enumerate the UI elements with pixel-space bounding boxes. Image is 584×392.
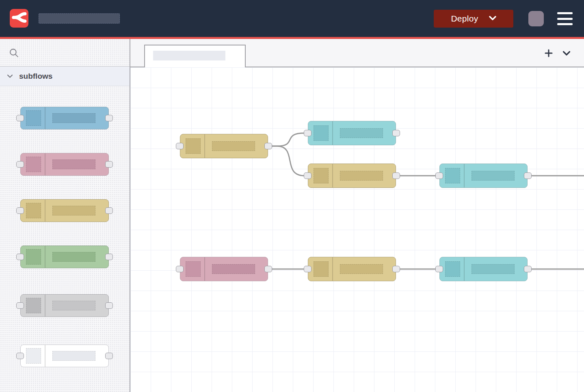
- palette-node-tan[interactable]: [20, 199, 109, 222]
- node-divider: [464, 257, 465, 281]
- node-input-port[interactable]: [435, 266, 443, 272]
- node-label-placeholder: [212, 264, 255, 274]
- node-divider: [464, 164, 465, 187]
- user-avatar[interactable]: [528, 11, 544, 26]
- node-output-port[interactable]: [105, 115, 113, 121]
- flow-tab-strip: [130, 39, 584, 67]
- node-output-port[interactable]: [264, 266, 272, 272]
- palette-sidebar: subflows: [0, 39, 130, 392]
- palette-node-pink[interactable]: [20, 153, 109, 176]
- wire-n1-n2[interactable]: [272, 133, 304, 146]
- header-accent-line: [0, 37, 584, 39]
- node-label-placeholder: [52, 301, 95, 310]
- flow-node-teal-n4[interactable]: [439, 164, 528, 188]
- node-icon-box: [445, 261, 460, 277]
- flow-node-tan-n3[interactable]: [308, 164, 396, 188]
- flow-node-pink-n5[interactable]: [180, 257, 268, 281]
- node-icon-box: [26, 298, 41, 313]
- node-input-port[interactable]: [16, 302, 24, 309]
- deploy-button[interactable]: Deploy: [434, 10, 513, 28]
- node-input-port[interactable]: [16, 207, 24, 214]
- node-icon-box: [26, 110, 41, 126]
- palette-node-green[interactable]: [20, 246, 109, 268]
- node-input-port[interactable]: [176, 143, 184, 149]
- node-divider: [332, 164, 333, 187]
- chevron-down-icon: [489, 15, 496, 22]
- node-label-placeholder: [52, 351, 95, 361]
- flow-node-teal-n7[interactable]: [439, 257, 528, 281]
- node-input-port[interactable]: [16, 115, 24, 121]
- node-divider: [332, 121, 333, 145]
- node-icon-box: [26, 348, 41, 364]
- canvas-grid[interactable]: [130, 67, 584, 392]
- subflows-section-label: subflows: [19, 72, 52, 81]
- node-output-port[interactable]: [392, 266, 400, 272]
- node-icon-box: [26, 249, 41, 265]
- search-icon: [9, 48, 19, 60]
- node-label-placeholder: [212, 141, 255, 151]
- plus-icon: [545, 49, 553, 59]
- flow-node-tan-n6[interactable]: [308, 257, 396, 281]
- node-output-port[interactable]: [524, 172, 532, 179]
- node-label-placeholder: [52, 159, 95, 169]
- node-divider: [45, 295, 45, 317]
- palette-list: [0, 86, 130, 392]
- node-input-port[interactable]: [16, 254, 24, 260]
- chevron-down-icon: [562, 50, 571, 58]
- node-input-port[interactable]: [304, 266, 311, 272]
- node-output-port[interactable]: [392, 130, 400, 136]
- chevron-down-icon: [7, 73, 13, 80]
- node-divider: [45, 153, 45, 175]
- node-divider: [45, 246, 45, 268]
- node-divider: [204, 134, 205, 158]
- subflows-section-header[interactable]: subflows: [0, 67, 130, 86]
- add-flow-button[interactable]: [544, 50, 553, 58]
- node-output-port[interactable]: [105, 302, 113, 309]
- flow-fork-icon: [11, 9, 27, 27]
- app-header: Deploy: [0, 0, 584, 37]
- node-input-port[interactable]: [16, 353, 24, 359]
- node-output-port[interactable]: [105, 254, 113, 260]
- node-output-port[interactable]: [392, 172, 400, 179]
- palette-node-blue[interactable]: [20, 107, 109, 129]
- node-input-port[interactable]: [16, 161, 24, 168]
- wire-layer: [130, 67, 584, 392]
- palette-node-white[interactable]: [20, 345, 109, 367]
- node-input-port[interactable]: [435, 172, 443, 179]
- node-output-port[interactable]: [105, 207, 113, 214]
- node-icon-box: [314, 168, 329, 183]
- node-label-placeholder: [340, 128, 383, 138]
- node-divider: [332, 257, 333, 281]
- node-label-placeholder: [340, 264, 383, 274]
- node-icon-box: [26, 203, 41, 218]
- node-label-placeholder: [472, 264, 515, 274]
- node-icon-box: [445, 168, 460, 183]
- node-icon-box: [186, 138, 201, 154]
- node-label-placeholder: [472, 171, 515, 181]
- node-icon-box: [26, 157, 41, 172]
- node-label-placeholder: [52, 206, 95, 215]
- node-output-port[interactable]: [524, 266, 532, 272]
- wire-n1-n3[interactable]: [272, 146, 304, 176]
- flow-node-tan-n1[interactable]: [180, 134, 268, 158]
- flow-list-button[interactable]: [562, 50, 571, 58]
- node-label-placeholder: [52, 252, 95, 262]
- node-divider: [204, 257, 205, 281]
- node-icon-box: [314, 125, 329, 141]
- node-divider: [45, 345, 45, 367]
- node-input-port[interactable]: [304, 172, 311, 179]
- node-input-port[interactable]: [176, 266, 184, 272]
- menu-icon[interactable]: [557, 12, 573, 25]
- node-output-port[interactable]: [105, 353, 113, 359]
- flow-tab[interactable]: [144, 45, 246, 67]
- tab-label-placeholder: [153, 51, 225, 60]
- palette-node-gray[interactable]: [20, 294, 109, 317]
- node-output-port[interactable]: [264, 143, 272, 149]
- flow-node-teal-n2[interactable]: [308, 121, 396, 145]
- node-divider: [45, 200, 45, 222]
- node-input-port[interactable]: [304, 130, 311, 136]
- node-output-port[interactable]: [105, 161, 113, 168]
- node-label-placeholder: [52, 113, 95, 123]
- palette-search[interactable]: [0, 39, 130, 67]
- node-icon-box: [314, 261, 329, 277]
